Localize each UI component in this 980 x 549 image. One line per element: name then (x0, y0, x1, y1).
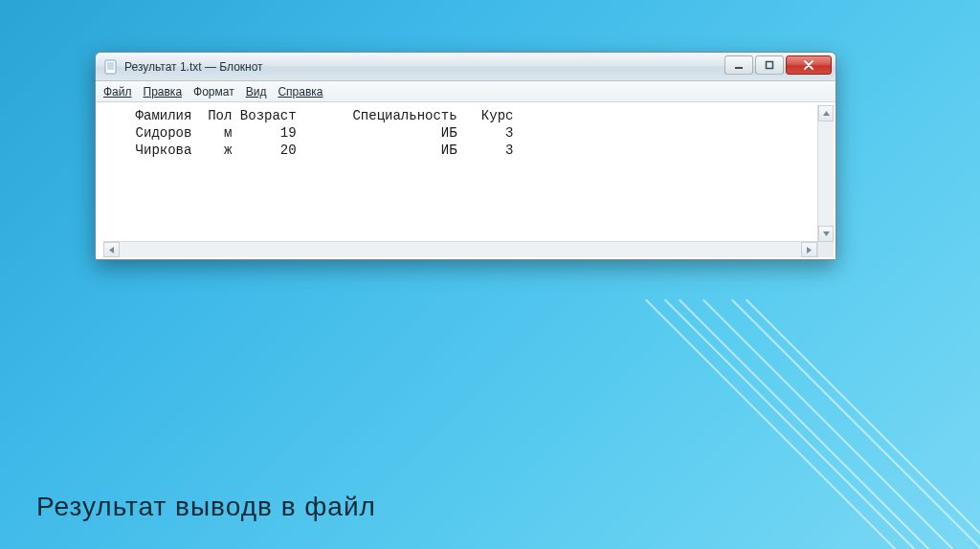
scrollbar-corner (817, 242, 834, 257)
menu-view[interactable]: Вид (246, 85, 267, 99)
menu-edit[interactable]: Правка (144, 85, 183, 99)
scroll-up-icon[interactable] (818, 105, 834, 121)
notepad-window: Результат 1.txt — Блокнот Файл Правка Фо… (95, 52, 836, 260)
slide-caption: Результат выводв в файл (36, 492, 376, 522)
text-content[interactable]: Фамилия Пол Возраст Специальность Курс С… (103, 107, 834, 241)
minimize-button[interactable] (724, 55, 753, 75)
menu-help[interactable]: Справка (278, 85, 323, 99)
menu-format[interactable]: Формат (193, 85, 234, 99)
svg-rect-5 (735, 67, 743, 69)
menu-file[interactable]: Файл (103, 85, 132, 99)
scroll-right-icon[interactable] (801, 242, 817, 257)
svg-rect-6 (767, 61, 773, 68)
notepad-icon (103, 59, 119, 75)
close-button[interactable] (786, 55, 832, 75)
window-title: Результат 1.txt — Блокнот (124, 60, 263, 74)
client-area: Фамилия Пол Возраст Специальность Курс С… (96, 102, 835, 259)
scroll-left-icon[interactable] (103, 242, 120, 257)
window-controls (723, 55, 832, 77)
horizontal-scrollbar[interactable] (103, 241, 834, 257)
vertical-scrollbar[interactable] (817, 105, 834, 242)
menubar: Файл Правка Формат Вид Справка (96, 81, 835, 102)
titlebar[interactable]: Результат 1.txt — Блокнот (96, 53, 835, 81)
scroll-down-icon[interactable] (818, 226, 834, 242)
maximize-button[interactable] (755, 55, 784, 75)
